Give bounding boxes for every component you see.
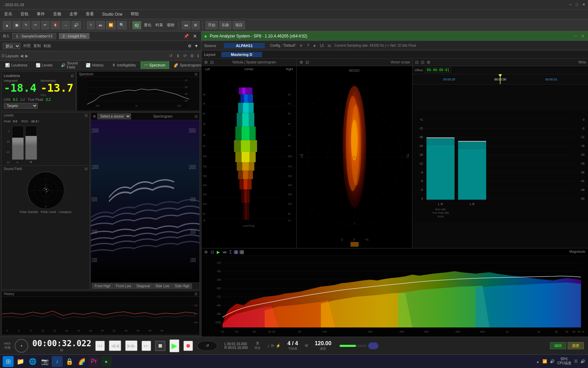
network-icon[interactable]: 📶 — [542, 359, 547, 364]
rewind-btn[interactable]: ◀◀ — [109, 340, 121, 351]
mag-sigma[interactable]: Σ — [229, 249, 232, 255]
menu-track[interactable]: 音轨 — [19, 11, 30, 18]
next-layout-btn[interactable]: ▶ — [24, 53, 29, 59]
tab-soundfield[interactable]: 🔊 Sound Field — [57, 61, 82, 69]
bend-tool[interactable]: ↔ — [62, 21, 70, 29]
meter-settings[interactable]: ⚙ — [426, 59, 431, 65]
menu-studioone[interactable]: Studio One — [101, 11, 124, 17]
spectrogram-expand[interactable]: ⊡ — [195, 114, 197, 118]
mag-ch1[interactable]: 1 — [234, 250, 238, 254]
ui-btn[interactable]: Ui — [319, 43, 324, 49]
song-btn[interactable]: 乐曲 — [219, 21, 231, 29]
refresh-icon[interactable]: ↺ — [168, 53, 173, 59]
config-info-btn[interactable]: ? — [306, 43, 310, 49]
tab-intelligibility[interactable]: 🎙 Intelligibility — [108, 61, 140, 69]
tab-history[interactable]: 📉 History — [82, 61, 107, 69]
taskbar-app5[interactable]: ● — [101, 356, 112, 367]
io-btn[interactable]: io — [327, 43, 331, 49]
paint-tool[interactable]: ✎ — [22, 21, 30, 29]
mag-settings[interactable]: ⚙ — [203, 249, 209, 255]
skip-end-btn[interactable]: ⏭ — [96, 21, 105, 29]
record-btn[interactable]: ⏺ — [183, 341, 193, 351]
mute-tool[interactable]: 🔇 — [51, 21, 60, 29]
mag-play[interactable]: ▶ — [216, 249, 220, 255]
analyzer-minimize[interactable]: ─ — [573, 33, 578, 39]
levels-expand[interactable]: ⊡ — [85, 113, 87, 117]
polar-level-tab[interactable]: Polar Level — [41, 210, 56, 214]
sync-icon[interactable]: ⟳ — [183, 53, 187, 59]
tab-spectrogram[interactable]: 🌈 Spectrogram — [170, 61, 205, 69]
metronome-icon[interactable]: ♩ — [267, 343, 270, 348]
pencil-tool[interactable]: ✏ — [41, 21, 49, 29]
menu-help[interactable]: 帮助 — [129, 11, 140, 18]
taskbar-photos[interactable]: 📷 — [39, 356, 50, 367]
side-high-tab[interactable]: Side High — [173, 283, 192, 289]
meter-expand2[interactable]: ⊡ — [420, 59, 425, 65]
battery-icon[interactable]: 🔊 — [581, 359, 585, 364]
loudness-expand[interactable]: ⊡ — [71, 74, 74, 78]
soundfield-expand[interactable]: ⊡ — [85, 167, 87, 171]
loop-icon[interactable]: ⟳ — [271, 343, 274, 348]
config-help-btn[interactable]: ● — [313, 43, 316, 49]
power-toggle[interactable] — [368, 342, 378, 349]
polar-sample-tab[interactable]: Polar Sample — [20, 210, 38, 214]
play-btn[interactable]: ▶ — [169, 339, 179, 352]
pause-icon[interactable]: ⏸ — [175, 53, 181, 59]
menu-view[interactable]: 查看 — [84, 11, 95, 18]
close-btn[interactable]: ✕ — [582, 2, 585, 7]
tempo-knob[interactable] — [15, 339, 28, 353]
maximize-btn[interactable]: □ — [576, 2, 578, 7]
project-btn[interactable]: 项目 — [233, 21, 245, 29]
mix-mode-btn[interactable]: 混音 — [568, 342, 584, 349]
targets-select[interactable]: Targets — [4, 103, 38, 109]
front-high-tab[interactable]: Front High — [92, 283, 113, 289]
spectrum-expand[interactable]: ⊡ — [195, 72, 197, 76]
source-value-display[interactable]: ALPAH11 — [224, 43, 265, 48]
tray-icon1[interactable]: ▲ — [536, 359, 540, 364]
speaker-icon[interactable]: 🔊 — [550, 359, 555, 364]
front-low-tab[interactable]: Front Low — [114, 283, 133, 289]
tab-loudness[interactable]: 📊 Loudness — [1, 61, 31, 69]
info-icon[interactable]: ℹ — [197, 53, 200, 59]
zoom-btn[interactable]: 🔍 — [117, 21, 127, 29]
settings-icon2[interactable]: ⚙ — [190, 53, 195, 59]
region-tool[interactable]: ▣ — [13, 21, 21, 29]
help-btn[interactable]: ? — [87, 21, 95, 29]
menu-audio[interactable]: 音频 — [52, 11, 63, 18]
panel-close-btn[interactable]: ✕ — [192, 33, 198, 39]
loop-control[interactable]: ↺ — [197, 341, 217, 351]
taskbar-browser[interactable]: 🌐 — [27, 356, 38, 367]
iq-btn[interactable]: IQ — [132, 21, 141, 29]
meter-expand[interactable]: ⊡ — [414, 59, 419, 65]
fast-forward-btn[interactable]: ▶▶ — [125, 340, 137, 351]
tab-spectrum[interactable]: 〰 Spectrum — [141, 61, 169, 69]
taskbar-app4[interactable]: Pr — [88, 356, 99, 367]
preset-select[interactable]: 默认 — [3, 43, 20, 49]
layout-value-display[interactable]: Mastering D — [221, 52, 262, 57]
taskbar-app3[interactable]: 🌈 — [76, 356, 87, 367]
tab-levels[interactable]: 📈 Levels — [32, 61, 56, 69]
grid-btn[interactable]: ⊞ — [192, 21, 200, 29]
nebula-expand-btn[interactable]: ⊡ — [210, 59, 214, 65]
mag-expand[interactable]: ⊡ — [210, 249, 215, 255]
settings-icon[interactable]: ⚙ — [188, 44, 192, 48]
nebula-settings-btn[interactable]: ⚙ — [203, 59, 209, 65]
taskbar-explorer[interactable]: 📁 — [15, 356, 26, 367]
minimize-btn[interactable]: ─ — [569, 2, 572, 7]
volume-slider[interactable] — [340, 345, 367, 347]
tab-samplegrabber[interactable]: 1 - SampleGrabberV3 — [12, 33, 56, 39]
prev-btn[interactable]: ⏮ — [182, 21, 190, 29]
skip-start-btn[interactable]: ⏮ — [95, 341, 105, 351]
diagonal-tab[interactable]: Diagonal — [134, 283, 152, 289]
pin-icon[interactable]: 📌 — [184, 34, 189, 39]
menu-transport[interactable]: 走带 — [68, 11, 79, 18]
start-menu-icon[interactable]: ⊞ — [3, 356, 14, 367]
taskbar-app2[interactable]: 🔒 — [64, 356, 75, 367]
lissajous-tab[interactable]: Lissajous — [59, 210, 72, 214]
select-tool[interactable]: ▲ — [3, 21, 11, 29]
source-select[interactable]: Select a source — [97, 113, 131, 119]
mag-ch2[interactable]: 2 — [240, 250, 244, 254]
loop-btn[interactable]: ⏩ — [106, 21, 116, 29]
edit-mode-btn[interactable]: 编辑 — [550, 342, 566, 349]
menu-event[interactable]: 事件 — [35, 11, 46, 18]
